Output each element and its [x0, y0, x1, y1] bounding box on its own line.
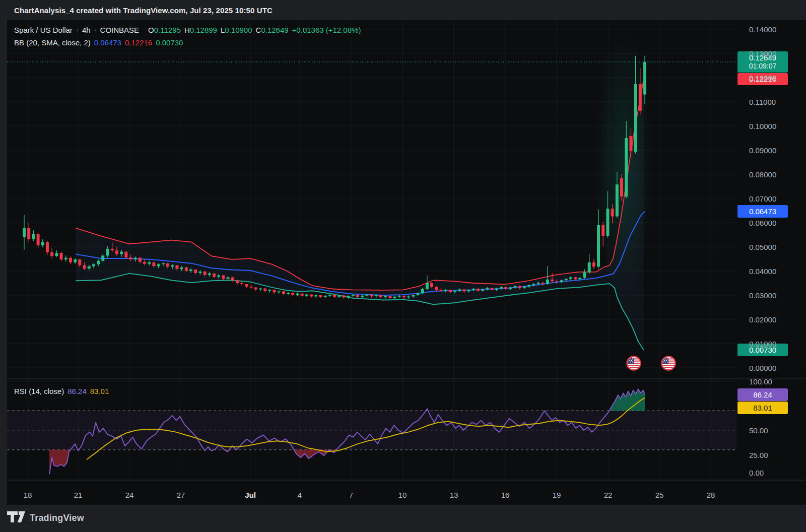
candle-body: [527, 285, 530, 287]
time-axis-label: 25: [655, 491, 664, 499]
ohlc-close: C0.12649: [256, 26, 289, 34]
rsi-indicator-legend[interactable]: RSI (14, close) 86.24 83.01: [14, 387, 109, 395]
candle-body: [639, 84, 642, 111]
candle-body: [356, 295, 359, 297]
candle-body: [495, 289, 498, 290]
candle-body: [634, 84, 637, 152]
candle-body: [458, 289, 461, 291]
bb-lower-value: 0.00730: [156, 38, 183, 47]
candle-body: [426, 283, 429, 289]
price-axis-label: 0.01000: [749, 340, 776, 348]
candle-body: [287, 293, 290, 294]
candle-body: [629, 136, 632, 151]
rsi-ma-badge-value: 83.01: [737, 404, 788, 412]
symbol-name: Spark / US Dollar: [14, 26, 73, 34]
candle-body: [421, 289, 424, 293]
candle-body: [560, 280, 563, 282]
bb-upper-value: 0.12216: [125, 38, 152, 47]
bb-basis-badge: 0.06473: [737, 205, 788, 218]
candle-body: [166, 263, 169, 267]
candle-body: [592, 262, 595, 267]
rsi-ma-value: 83.01: [90, 387, 109, 395]
candle-body: [64, 258, 68, 259]
candle-body: [491, 288, 494, 290]
candle-body: [198, 272, 202, 273]
candle-body: [616, 184, 619, 216]
candle-body: [97, 261, 100, 264]
candle-body: [509, 288, 512, 289]
candle-body: [462, 289, 465, 291]
time-axis-label: 13: [450, 491, 458, 499]
symbol-exchange: COINBASE: [100, 26, 140, 34]
rsi-axis-label: 25.00: [749, 450, 768, 459]
tradingview-logo-text: TradingView: [30, 513, 84, 523]
bb-basis-value: 0.06473: [94, 38, 121, 47]
legend-separator: ·: [94, 26, 97, 34]
tradingview-chart-window: ChartAnalysis_4 created with TradingView…: [0, 0, 806, 532]
candle-body: [384, 296, 387, 297]
chart-canvas[interactable]: [0, 0, 806, 532]
candle-body: [296, 294, 299, 295]
candle-body: [597, 225, 600, 267]
candle-body: [92, 264, 95, 267]
candle-body: [273, 290, 276, 292]
candle-body: [208, 274, 211, 275]
tradingview-logo-icon: [7, 511, 25, 524]
candle-body: [139, 258, 142, 262]
bar-countdown: 01:09:07: [737, 62, 788, 70]
time-axis-label: 10: [398, 491, 407, 499]
candle-body: [625, 138, 628, 196]
candle-body: [347, 296, 350, 297]
candle-body: [282, 291, 285, 294]
rsi-badge: 86.24: [737, 388, 788, 401]
candle-body: [222, 276, 225, 279]
candle-body: [370, 295, 373, 296]
candle-body: [601, 225, 604, 236]
candle-body: [514, 286, 517, 288]
time-axis-label: 19: [553, 491, 561, 499]
symbol-legend[interactable]: Spark / US Dollar · 4h · COINBASE O0.112…: [14, 26, 361, 34]
candle-body: [574, 277, 577, 279]
candle-body: [333, 295, 336, 297]
us-flag-event-icon[interactable]: [626, 356, 641, 371]
candle-body: [27, 228, 30, 239]
candle-body: [611, 209, 614, 216]
price-axis-label: 0.06000: [749, 219, 776, 227]
time-axis-label: 16: [501, 491, 510, 499]
candle-body: [124, 252, 127, 258]
candle-body: [291, 293, 294, 295]
candle-body: [83, 265, 86, 269]
candle-body: [328, 295, 331, 296]
tradingview-logo[interactable]: TradingView: [7, 511, 84, 524]
candle-body: [412, 295, 415, 296]
bb-indicator-legend[interactable]: BB (20, SMA, close, 2) 0.06473 0.12216 0…: [14, 38, 183, 47]
us-flag-event-icon[interactable]: [661, 356, 676, 371]
candle-body: [278, 291, 281, 292]
candle-body: [588, 262, 591, 273]
candle-body: [134, 258, 137, 259]
price-axis-label: 0.05000: [749, 243, 776, 251]
time-axis-label: 4: [298, 491, 302, 499]
candle-body: [37, 234, 40, 245]
candle-body: [435, 287, 438, 290]
candle-body: [430, 283, 433, 287]
candle-body: [569, 277, 572, 279]
candle-body: [254, 288, 257, 290]
candle-body: [268, 290, 271, 291]
candle-body: [152, 262, 155, 267]
candle-body: [338, 295, 341, 296]
rsi-value: 86.24: [68, 387, 87, 395]
price-axis-label: 0.04000: [749, 267, 776, 276]
candle-body: [379, 295, 382, 297]
price-axis-label: 0.14000: [749, 25, 776, 34]
price-axis-label: 0.08000: [749, 170, 776, 179]
price-axis-label: 0.11000: [749, 98, 776, 106]
symbol-interval: 4h: [82, 26, 91, 34]
candle-body: [407, 296, 410, 297]
candle-body: [467, 290, 471, 291]
time-axis-label: Jul: [245, 491, 256, 499]
candle-body: [69, 258, 72, 262]
bb-basis-badge-value: 0.06473: [737, 207, 788, 216]
candle-body: [565, 279, 568, 280]
candle-body: [263, 289, 266, 291]
